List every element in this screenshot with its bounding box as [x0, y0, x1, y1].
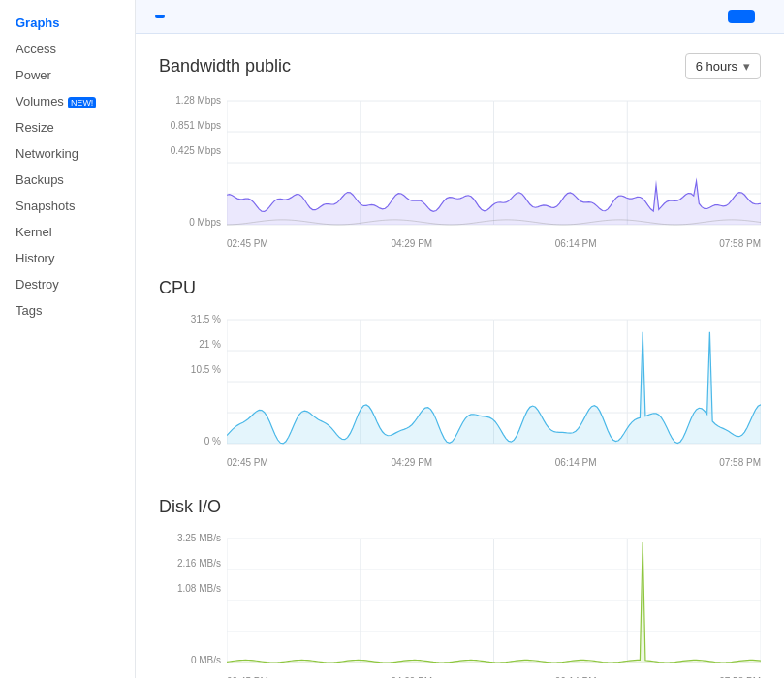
chart-section-bandwidth: Bandwidth public6 hours▾1.28 Mbps0.851 M…: [159, 53, 761, 249]
chart-title-cpu: CPU: [159, 278, 196, 298]
charts-content: Bandwidth public6 hours▾1.28 Mbps0.851 M…: [136, 34, 784, 678]
chart-section-diskio: Disk I/O3.25 MB/s2.16 MB/s1.08 MB/s0 MB/…: [159, 497, 761, 678]
y-axis-cpu: 31.5 %21 %10.5 %0 %: [159, 310, 227, 465]
x-axis-label: 02:45 PM: [227, 238, 268, 249]
y-axis-label: 21 %: [199, 339, 221, 350]
y-axis-label: 3.25 MB/s: [177, 533, 221, 543]
chart-canvas-diskio: [227, 529, 761, 672]
chart-canvas-cpu: [227, 310, 761, 453]
banner-badge: [155, 15, 165, 18]
time-selector-label: 6 hours: [696, 59, 737, 74]
sidebar-item-resize[interactable]: Resize: [0, 114, 135, 140]
sidebar-item-snapshots[interactable]: Snapshots: [0, 193, 135, 219]
y-axis-label: 31.5 %: [191, 314, 221, 324]
y-axis-label: 1.08 MB/s: [177, 583, 221, 594]
sidebar: GraphsAccessPowerVolumesNEW!ResizeNetwor…: [0, 0, 136, 678]
y-axis-label: 0.425 Mbps: [171, 145, 221, 156]
sidebar-item-history[interactable]: History: [0, 245, 135, 271]
x-axis-label: 04:29 PM: [391, 238, 432, 249]
x-axis-label: 06:14 PM: [555, 238, 597, 249]
y-axis-bandwidth: 1.28 Mbps0.851 Mbps0.425 Mbps0 Mbps: [159, 91, 227, 246]
sidebar-item-networking[interactable]: Networking: [0, 140, 135, 167]
y-axis-label: 2.16 MB/s: [177, 558, 221, 569]
chevron-down-icon: ▾: [743, 59, 750, 74]
sidebar-item-kernel[interactable]: Kernel: [0, 219, 135, 245]
sidebar-item-power[interactable]: Power: [0, 62, 135, 88]
sidebar-item-destroy[interactable]: Destroy: [0, 271, 135, 297]
y-axis-diskio: 3.25 MB/s2.16 MB/s1.08 MB/s0 MB/s: [159, 529, 227, 678]
y-axis-label: 0.851 Mbps: [171, 120, 221, 131]
chart-title-diskio: Disk I/O: [159, 497, 221, 517]
chart-canvas-bandwidth: [227, 91, 761, 234]
x-axis-label: 06:14 PM: [555, 457, 597, 468]
x-axis-label: 07:58 PM: [719, 238, 761, 249]
y-axis-label: 0 %: [204, 436, 221, 447]
sidebar-item-tags[interactable]: Tags: [0, 297, 135, 324]
x-axis-diskio: 02:45 PM04:29 PM06:14 PM07:58 PM: [227, 672, 761, 678]
sidebar-item-backups[interactable]: Backups: [0, 167, 135, 193]
sidebar-item-volumes[interactable]: VolumesNEW!: [0, 88, 135, 114]
learn-how-button[interactable]: [728, 10, 755, 23]
time-selector[interactable]: 6 hours▾: [685, 53, 761, 79]
x-axis-label: 04:29 PM: [391, 457, 432, 468]
update-banner: [136, 0, 784, 34]
y-axis-label: 10.5 %: [191, 364, 221, 375]
sidebar-item-access[interactable]: Access: [0, 36, 135, 62]
x-axis-bandwidth: 02:45 PM04:29 PM06:14 PM07:58 PM: [227, 234, 761, 249]
chart-section-cpu: CPU31.5 %21 %10.5 %0 %02:45 PM04:29 PM06…: [159, 278, 761, 468]
x-axis-label: 02:45 PM: [227, 457, 268, 468]
x-axis-label: 07:58 PM: [719, 457, 761, 468]
y-axis-label: 0 Mbps: [189, 217, 221, 228]
x-axis-cpu: 02:45 PM04:29 PM06:14 PM07:58 PM: [227, 453, 761, 468]
chart-title-bandwidth: Bandwidth public: [159, 56, 291, 77]
main-content: Bandwidth public6 hours▾1.28 Mbps0.851 M…: [136, 0, 784, 678]
y-axis-label: 1.28 Mbps: [175, 95, 221, 106]
y-axis-label: 0 MB/s: [191, 655, 221, 665]
sidebar-item-graphs[interactable]: Graphs: [0, 10, 135, 36]
